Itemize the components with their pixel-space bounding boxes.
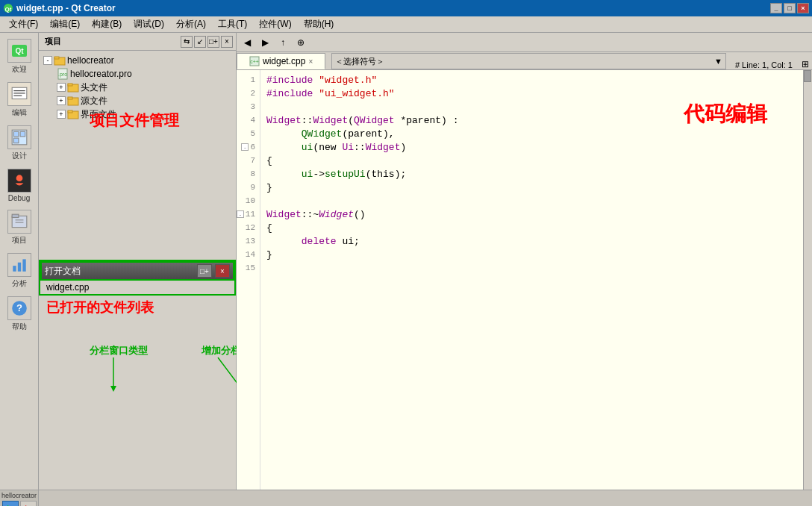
tree-item-root[interactable]: - hellocreator [42,54,233,67]
tree-expand-sources[interactable]: + [57,96,66,105]
sidebar-item-welcome[interactable]: Qt 欢迎 [2,36,37,78]
code-line-6: ui(new Ui::Widget) [266,140,797,154]
panel-close-button[interactable]: × [221,36,233,48]
close-button[interactable]: × [797,3,809,13]
tree-item-pro[interactable]: .pro hellocreator.pro [42,67,233,81]
line-num-6: - 6 [237,140,260,154]
code-indent-6 [266,142,302,153]
sidebar-project-label: 项目 [12,235,27,246]
panel-add-button[interactable]: □+ [207,36,219,48]
open-docs-label: 打开文档 [45,265,194,278]
symbol-selector[interactable]: ＜选择符号＞ ▼ [331,53,726,69]
tab-close-button[interactable]: × [308,57,313,66]
code-params-1: ( [348,115,354,126]
menu-analyze[interactable]: 分析(A) [170,16,212,32]
line-num-4: 4 [237,113,260,127]
scrollbar-thumb[interactable] [804,70,811,82]
toolbar-follow-button[interactable]: ⊕ [293,35,308,50]
kw-widget-2: Widget [313,115,348,126]
tree-sources-label: 源文件 [81,95,107,107]
stop-button[interactable] [20,501,37,506]
split-type-annotation: 分栏窗口类型 [90,344,148,357]
toolbar-up-button[interactable]: ↑ [275,35,290,50]
code-line-9: } [266,181,797,194]
open-file-item[interactable]: widget.cpp [40,281,234,294]
menu-help[interactable]: 帮助(H) [298,16,340,32]
tree-expand-headers[interactable]: + [57,83,66,92]
sidebar-icons: Qt 欢迎 编辑 [0,33,39,490]
open-docs-close-btn[interactable]: × [215,264,230,278]
tree-expand-ui[interactable]: + [57,110,66,119]
panel-down-button[interactable]: ↙ [194,36,206,48]
menu-file[interactable]: 文件(F) [3,16,44,32]
maximize-button[interactable]: □ [784,3,796,13]
editor-tab-label: widget.cpp [263,56,305,66]
kw-qwidget: QWidget [354,115,395,126]
headers-folder-icon [67,81,79,93]
kw-include-1: #include [266,75,319,86]
chevron-down-icon: ▼ [714,57,722,66]
design-icon-svg [10,128,28,146]
line-num-5: 5 [237,127,260,140]
code-dcolon2: ::~ [302,209,319,220]
menu-tools[interactable]: 工具(T) [212,16,253,32]
code-brace-open-2: { [266,222,272,234]
code-line-8: ui->setupUi(this); [266,167,797,181]
code-lines[interactable]: #include "widget.h" #include "ui_widget.… [260,70,803,490]
svg-rect-31 [68,110,72,113]
code-line-4: Widget::Widget(QWidget *parent) : [266,113,797,127]
open-docs-split-btn[interactable]: □+ [197,264,212,278]
toolbar-back-button[interactable]: ◀ [240,35,254,50]
tree-ui-label: 界面文件 [81,108,116,121]
menu-build[interactable]: 构建(B) [86,16,128,32]
line-numbers: 1 2 3 4 5 - 6 7 8 9 10 - 11 [237,70,260,490]
menu-debug[interactable]: 调试(D) [128,16,170,32]
menu-controls[interactable]: 控件(W) [253,16,297,32]
sidebar-item-debug[interactable]: Debug [2,166,37,205]
code-parent: (parent), [342,128,394,140]
code-line-15 [266,261,797,275]
line-num-14: 14 [237,248,260,261]
kw-ui-ns: Ui [342,142,354,153]
bottom-buttons [2,501,37,506]
code-new: (new [313,142,342,153]
toolbar-forward-button[interactable]: ▶ [257,35,272,50]
line-num-1: 1 [237,73,260,87]
fold-indicator-11[interactable]: - [237,210,244,218]
str-widget-h: "widget.h" [319,75,377,86]
sidebar-edit-label: 编辑 [12,107,27,118]
svg-text:c++: c++ [250,59,259,64]
sidebar-item-analyze[interactable]: 分析 [2,250,37,292]
fold-indicator-6[interactable]: - [241,143,249,151]
debug-icon-svg [10,172,28,190]
sidebar-item-design[interactable]: 设计 [2,122,37,164]
app-icon: Qt [3,3,13,13]
tree-item-sources[interactable]: + 源文件 [42,94,233,107]
split-view-button[interactable]: ⊞ [799,59,812,69]
code-this: (this); [366,169,407,180]
vertical-scrollbar[interactable] [803,70,812,490]
editor-tab-widget-cpp[interactable]: c++ widget.cpp × [237,53,325,69]
code-line-12: { [266,221,797,234]
sidebar-item-help[interactable]: ? 帮助 [2,293,37,335]
tree-pro-label: hellocreator.pro [70,69,132,79]
sidebar-item-edit[interactable]: 编辑 [2,79,37,121]
debug-icon [7,169,31,193]
sidebar-item-project[interactable]: 项目 [2,207,37,249]
tree-item-headers[interactable]: + 头文件 [42,81,233,94]
project-icon [7,210,31,234]
code-brace-close-2: } [266,249,272,260]
panel-swap-button[interactable]: ⇆ [181,36,193,48]
kw-widget-italic: Widget [319,209,354,220]
menu-edit[interactable]: 编辑(E) [44,16,86,32]
design-icon [7,125,31,149]
line-num-8: 8 [237,167,260,181]
minimize-button[interactable]: _ [770,3,782,13]
tab-separator [325,53,328,69]
tree-item-ui[interactable]: + 界面文件 [42,107,233,121]
svg-rect-27 [68,84,72,86]
tree-expand-root[interactable]: - [43,56,52,65]
run-button[interactable] [2,501,19,506]
editor-area: ◀ ▶ ↑ ⊕ c++ widget.cpp × ＜选择符号＞ [237,33,812,490]
app-window: Qt widget.cpp - Qt Creator _ □ × 文件(F) 编… [0,0,812,506]
